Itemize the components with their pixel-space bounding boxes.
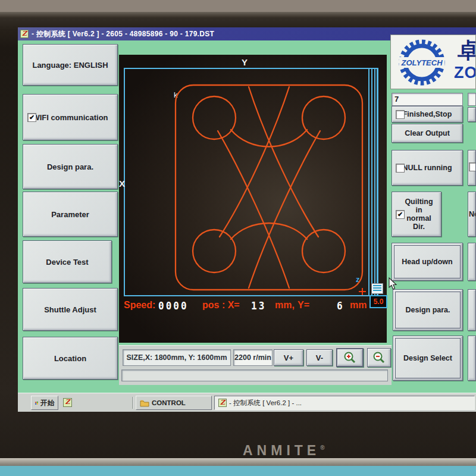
screen: Z - 控制系统 [ Ver6.2 ] - 2605 - 48985896 - … [18,27,476,412]
x-axis-label: X [119,178,125,189]
design-para-button-right[interactable]: Design para. [393,289,463,331]
list-icon[interactable] [371,283,383,294]
clipped-field-fragment [468,93,476,106]
photo-of-monitor: Z - 控制系统 [ Ver6.2 ] - 2605 - 48985896 - … [0,0,476,476]
speed-down-label: V- [316,353,323,362]
monitor-brand-text: ANMITE [243,443,320,458]
design-select-label: Design Select [403,354,452,362]
clipped-checkbox-button-fragment[interactable] [468,150,476,186]
taskbar-divider [132,397,134,409]
clipped-button-fragment[interactable] [468,243,476,281]
speed-up-button[interactable]: V+ [274,349,303,366]
design-para-left-label: Design para. [47,162,93,171]
background-surface [0,466,476,476]
brand-en-text: ZOL [454,64,476,82]
taskbar-control-label: CONTROL [152,399,186,406]
zolytech-gear-logo: ZOLYTECH [394,36,449,89]
shuttle-adjust-button[interactable]: Shuttle Adjust [23,288,118,331]
clipped-ne-label: Ne [469,210,476,218]
clear-output-button[interactable]: Clear Output [392,124,463,143]
clipped-button-fragment[interactable] [468,289,476,331]
parameter-button[interactable]: Parameter [23,192,118,237]
null-running-checkbox[interactable] [396,164,405,173]
y-axis-label: Y [242,57,248,67]
zoom-out-icon [372,351,386,364]
wifi-checkbox[interactable]: ✔ [27,113,36,122]
speed-label: Speed: [124,300,155,311]
zoom-in-button[interactable] [336,348,364,367]
language-button[interactable]: Language: ENGLISH [23,44,118,86]
parameter-label: Parameter [51,210,89,219]
taskbar-item-control[interactable]: CONTROL [136,396,212,410]
head-up-down-button[interactable]: Head up/down [392,243,463,281]
taskbar-active-label: - 控制系统 [ Ver6.2 ] - ... [229,399,302,408]
brand-cn-character: 卓 [458,36,476,65]
finished-stop-checkbox[interactable] [396,110,405,119]
app-icon: Z [20,30,29,38]
speed-down-button[interactable]: V- [306,349,333,366]
wifi-button-label: WIFI communication [32,113,108,122]
design-para-button-left[interactable]: Design para. [23,144,118,189]
pos-y-label: Y= [298,300,309,311]
svg-text:ZOLYTECH: ZOLYTECH [400,58,443,67]
size-readout: SIZE,X: 1800mm, Y: 1600mm [123,349,231,366]
active-app-icon: Z [218,399,227,407]
windows-logo-icon [35,399,38,407]
design-preview-canvas: Y X k z 5.0 Speed: 0000 [119,55,387,343]
quilting-direction-label: Quilting in normal Dir. [405,198,433,231]
taskbar: 开始 Z CONTROL Z - 控制系统 [ Ver6.2 ] - ... [18,393,476,412]
start-label: 开始 [40,399,54,408]
finished-stop-label: Finished,Stop [403,110,452,118]
pos-x-unit: mm, [275,300,295,311]
scale-value-box: 5.0 [369,295,387,308]
quilt-pattern-drawing [174,83,364,292]
finished-stop-button[interactable]: Finished,Stop [392,106,463,123]
quilting-direction-button[interactable]: ✔ Quilting in normal Dir. [392,192,441,237]
track-line [377,69,378,295]
shuttle-adjust-label: Shuttle Adjust [44,305,96,314]
language-button-label: Language: ENGLISH [32,61,108,70]
pos-y-value: 6 [337,299,345,312]
pos-x-value: 13 [251,299,266,312]
counter-field[interactable]: 7 [392,93,463,106]
quilting-direction-checkbox[interactable]: ✔ [396,210,405,219]
wifi-communication-button[interactable]: ✔ WIFI communication [23,94,118,140]
taskbar-item-active-app[interactable]: Z - 控制系统 [ Ver6.2 ] - ... [214,396,475,410]
null-running-button[interactable]: NULL running [392,150,463,186]
folder-icon [140,399,149,407]
clipped-checkbox[interactable] [469,162,476,171]
clipped-ne-button-fragment[interactable]: Ne [468,192,476,237]
message-bar [121,369,388,381]
device-test-button[interactable]: Device Test [23,240,112,283]
design-para-right-label: Design para. [405,306,450,314]
window-title: - 控制系统 [ Ver6.2 ] - 2605 - 48985896 - 90… [32,29,214,39]
bottom-control-panel: SIZE,X: 1800mm, Y: 1600mm 2200 r/min V+ … [119,345,392,385]
speed-up-label: V+ [284,353,293,362]
clear-output-label: Clear Output [405,129,450,137]
pos-y-unit: mm [350,300,367,311]
start-button[interactable]: 开始 [31,396,58,410]
clipped-button-fragment[interactable] [468,107,476,122]
design-select-button[interactable]: Design Select [393,336,463,381]
null-running-label: NULL running [402,164,452,172]
quick-launch-icon[interactable]: Z [63,398,72,407]
track-line [374,69,375,295]
zoom-out-button[interactable] [367,348,391,367]
brand-logo-panel: ZOLYTECH 卓 ZOL [390,35,476,89]
mouse-cursor [388,277,397,290]
location-button[interactable]: Location [23,337,118,380]
location-label: Location [54,354,86,363]
rpm-readout: 2200 r/min [233,349,273,366]
origin-cross-marker [359,288,366,295]
pos-x-label: pos : X= [202,300,240,311]
clipped-button-fragment[interactable] [468,336,476,381]
track-line [368,69,369,295]
head-up-down-label: Head up/down [402,258,452,266]
speed-value: 0000 [158,299,189,312]
monitor-bezel-top-edge [0,12,476,18]
track-line [371,69,372,295]
device-test-label: Device Test [46,258,88,267]
zoom-in-icon [343,351,356,364]
registered-mark: ® [320,444,324,451]
monitor-brand-logo: ANMITE® [243,443,362,459]
